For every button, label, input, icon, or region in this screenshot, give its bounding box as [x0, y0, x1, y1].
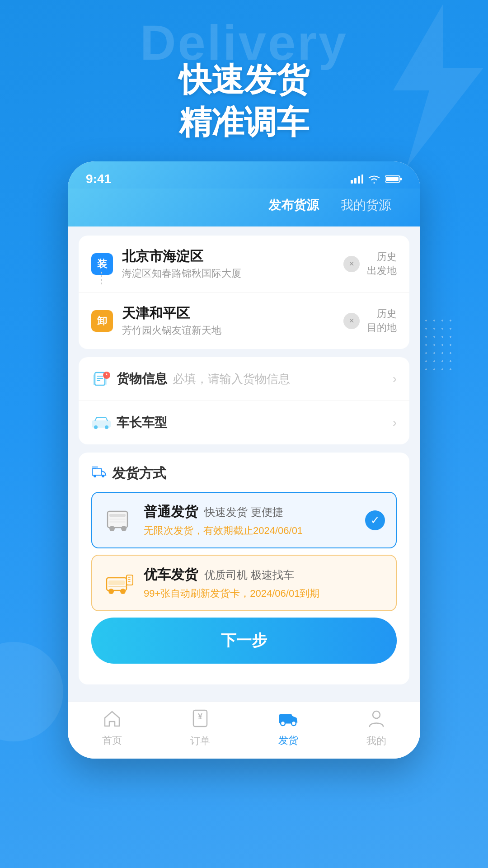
svg-rect-30	[127, 575, 133, 585]
origin-history-label: 历史 出发地	[367, 250, 397, 278]
cargo-arrow-icon: ›	[393, 372, 397, 386]
svg-rect-6	[400, 178, 402, 180]
next-button[interactable]: 下一步	[91, 618, 397, 664]
svg-point-18	[94, 475, 96, 477]
svg-rect-3	[358, 176, 360, 184]
svg-point-28	[108, 589, 114, 594]
shipping-icon	[91, 465, 107, 482]
origin-info: 北京市海淀区 海淀区知春路锦秋国际大厦	[122, 247, 336, 280]
svg-point-36	[373, 711, 380, 718]
svg-point-35	[291, 721, 296, 726]
section-title: 发货方式	[112, 464, 166, 483]
normal-check-icon: ✓	[365, 510, 385, 530]
premium-shipping-info: 优车发货 优质司机 极速找车 99+张自动刷新发货卡，2024/06/01到期	[144, 566, 385, 600]
location-card: 装 北京市海淀区 海淀区知春路锦秋国际大厦 × 历史 出发地 卸 天津和平区 芳…	[79, 236, 409, 349]
nav-item-mine[interactable]: 我的	[349, 709, 404, 748]
signal-icon	[351, 175, 363, 184]
svg-point-29	[120, 589, 126, 594]
bottom-nav: 首页 ¥ 订单 发货	[68, 702, 420, 759]
shipping-section: 发货方式 普通发货 快速发货 更	[79, 453, 409, 684]
svg-point-25	[121, 526, 127, 531]
hero-title-line1: 快速发货	[179, 61, 309, 98]
svg-point-19	[102, 475, 104, 477]
order-icon: ¥	[192, 709, 209, 731]
normal-shipping-info: 普通发货 快速发货 更便捷 无限次发货，有效期截止2024/06/01	[144, 503, 365, 538]
svg-text:¥: ¥	[197, 712, 202, 721]
nav-label-delivery: 发货	[278, 734, 298, 747]
destination-info: 天津和平区 芳竹园火锅友谊新天地	[122, 304, 336, 337]
normal-title: 普通发货	[144, 503, 198, 521]
cargo-icon: *	[91, 369, 111, 389]
form-card: * 货物信息 必填，请输入货物信息 › 车长车型 ›	[79, 357, 409, 444]
origin-badge: 装	[91, 253, 113, 275]
premium-shipping-icon	[103, 567, 136, 599]
svg-point-34	[281, 721, 285, 726]
destination-name: 天津和平区	[122, 304, 336, 322]
premium-shipping-option[interactable]: 优车发货 优质司机 极速找车 99+张自动刷新发货卡，2024/06/01到期	[91, 555, 397, 611]
origin-name: 北京市海淀区	[122, 247, 336, 265]
phone-mockup: 9:41 发布货源 我的货源	[68, 161, 420, 759]
top-tab-bar: 发布货源 我的货源	[68, 189, 420, 226]
svg-text:*: *	[106, 373, 108, 378]
origin-detail: 海淀区知春路锦秋国际大厦	[122, 267, 336, 280]
nav-item-delivery[interactable]: 发货	[261, 710, 315, 747]
normal-shipping-icon	[103, 504, 136, 537]
destination-detail: 芳竹园火锅友谊新天地	[122, 324, 336, 337]
svg-rect-27	[108, 580, 125, 585]
tab-my-cargo[interactable]: 我的货源	[330, 193, 402, 217]
home-icon	[103, 710, 121, 731]
premium-subtitle: 优质司机 极速找车	[204, 568, 294, 582]
dashed-divider	[101, 272, 102, 284]
tab-publish[interactable]: 发布货源	[258, 193, 330, 217]
normal-shipping-option[interactable]: 普通发货 快速发货 更便捷 无限次发货，有效期截止2024/06/01 ✓	[91, 492, 397, 548]
svg-rect-23	[109, 521, 126, 523]
vehicle-row[interactable]: 车长车型 ›	[79, 401, 409, 444]
hero-section: 快速发货 精准调车	[0, 59, 488, 143]
nav-label-order: 订单	[190, 734, 210, 748]
svg-rect-2	[354, 178, 357, 184]
origin-clear-button[interactable]: ×	[343, 256, 360, 272]
nav-item-order[interactable]: ¥ 订单	[173, 709, 227, 748]
premium-title: 优车发货	[144, 566, 198, 584]
destination-history-label: 历史 目的地	[367, 307, 397, 335]
normal-desc: 无限次发货，有效期截止2024/06/01	[144, 524, 365, 538]
status-bar: 9:41	[68, 161, 420, 189]
vehicle-arrow-icon: ›	[393, 415, 397, 430]
destination-row[interactable]: 卸 天津和平区 芳竹园火锅友谊新天地 × 历史 目的地	[79, 292, 409, 349]
svg-rect-4	[361, 175, 363, 184]
cargo-info-row[interactable]: * 货物信息 必填，请输入货物信息 ›	[79, 357, 409, 401]
svg-point-16	[94, 425, 98, 429]
cargo-label: 货物信息	[117, 370, 167, 387]
svg-rect-22	[109, 519, 126, 520]
mine-icon	[368, 709, 385, 731]
svg-rect-21	[109, 514, 126, 517]
section-title-row: 发货方式	[91, 464, 397, 483]
wifi-icon	[368, 174, 380, 184]
battery-icon	[385, 175, 402, 184]
delivery-icon	[278, 710, 298, 731]
origin-row[interactable]: 装 北京市海淀区 海淀区知春路锦秋国际大厦 × 历史 出发地	[79, 236, 409, 292]
car-icon	[91, 413, 111, 433]
destination-badge: 卸	[91, 310, 113, 332]
status-icons	[351, 174, 402, 184]
vehicle-label: 车长车型	[117, 414, 167, 431]
svg-rect-1	[351, 180, 353, 184]
normal-subtitle: 快速发货 更便捷	[204, 505, 283, 519]
nav-label-mine: 我的	[366, 734, 386, 748]
hero-title-line2: 精准调车	[179, 104, 309, 140]
content-area: 装 北京市海淀区 海淀区知春路锦秋国际大厦 × 历史 出发地 卸 天津和平区 芳…	[68, 226, 420, 702]
cargo-placeholder: 必填，请输入货物信息	[173, 371, 393, 387]
svg-point-17	[105, 425, 108, 429]
svg-point-24	[109, 526, 115, 531]
nav-label-home: 首页	[102, 734, 122, 747]
status-time: 9:41	[86, 172, 111, 186]
svg-rect-7	[386, 177, 399, 181]
premium-desc: 99+张自动刷新发货卡，2024/06/01到期	[144, 587, 385, 600]
destination-clear-button[interactable]: ×	[343, 313, 360, 329]
nav-item-home[interactable]: 首页	[85, 710, 139, 747]
